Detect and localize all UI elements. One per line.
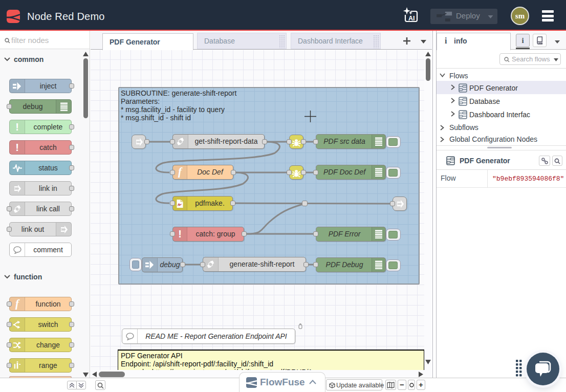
svg-text:AI: AI — [408, 15, 415, 22]
